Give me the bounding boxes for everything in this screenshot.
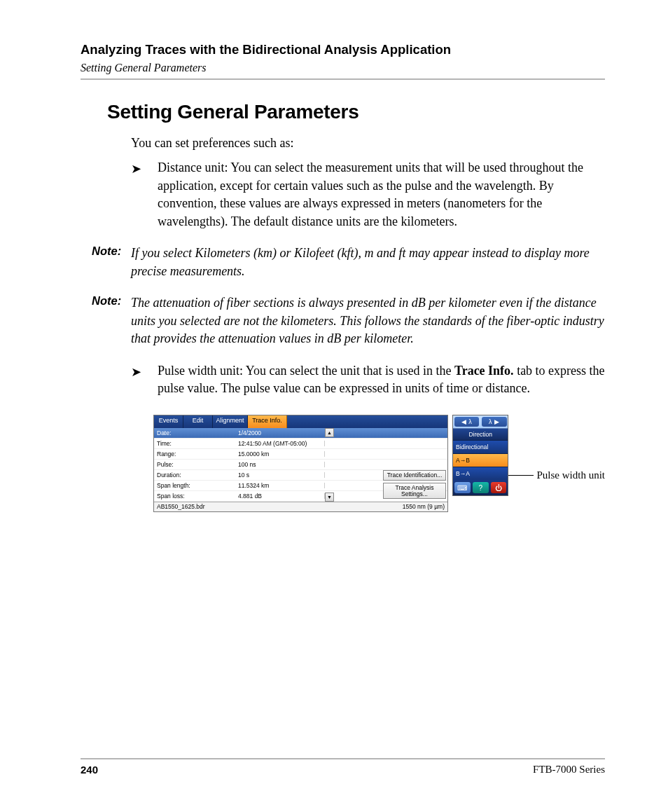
intro-text: You can set preferences such as:	[131, 136, 605, 151]
status-wavelength: 1550 nm (9 µm)	[403, 504, 445, 510]
tab-bar: Events Edit Alignment Trace Info.	[154, 415, 447, 428]
section-subtitle: Setting General Parameters	[81, 62, 605, 74]
tab-filler	[287, 415, 447, 428]
table-row: Pulse: 100 ns	[154, 460, 447, 470]
footer-rule	[81, 758, 605, 759]
trace-analysis-settings-button[interactable]: Trace Analysis Settings...	[383, 483, 446, 499]
direction-b-to-a[interactable]: B→A	[453, 467, 508, 480]
keyboard-icon[interactable]: ⌨	[454, 482, 471, 493]
direction-a-to-b[interactable]: A→B	[453, 453, 508, 467]
info-label: Range:	[154, 451, 237, 457]
bullet-arrow-icon: ➤	[131, 362, 158, 398]
tab-alignment[interactable]: Alignment	[213, 415, 248, 428]
info-label: Duration:	[154, 472, 237, 479]
info-value: 1/4/2000	[237, 430, 325, 436]
bullet-item: ➤ Distance unit: You can select the meas…	[131, 159, 605, 230]
tab-events[interactable]: Events	[154, 415, 183, 428]
direction-bidirectional[interactable]: Bidirectional	[453, 440, 508, 453]
icon-row: ⌨ ? ⏻	[453, 480, 508, 495]
app-screenshot: Events Edit Alignment Trace Info. ▲ Date…	[153, 415, 448, 512]
callout-label: Pulse width unit	[536, 469, 605, 481]
note-block: Note: If you select Kilometers (km) or K…	[92, 245, 605, 280]
info-value: 4.881 dB	[237, 493, 325, 500]
bullet-item: ➤ Pulse width unit: You can select the u…	[131, 362, 605, 398]
lambda-next-button[interactable]: λ ▶	[482, 417, 506, 427]
note-text: If you select Kilometers (km) or Kilofee…	[131, 245, 605, 280]
help-icon[interactable]: ?	[473, 482, 489, 493]
bullet-text: Pulse width unit: You can select the uni…	[158, 362, 605, 398]
info-value: 10 s	[237, 472, 325, 479]
page-number: 240	[81, 764, 98, 776]
note-label: Note:	[92, 294, 131, 348]
table-row: Time: 12:41:50 AM (GMT-05:00)	[154, 439, 447, 449]
callout: Pulse width unit	[508, 469, 605, 481]
lambda-nav: ◀ λ λ ▶	[453, 415, 508, 429]
status-filename: AB1550_1625.bdr	[157, 504, 205, 510]
info-label: Span loss:	[154, 493, 237, 500]
chapter-title: Analyzing Traces with the Bidirectional …	[81, 42, 605, 57]
tab-edit[interactable]: Edit	[183, 415, 213, 428]
scroll-up-button[interactable]: ▲	[325, 428, 334, 437]
scroll-down-button[interactable]: ▼	[325, 493, 334, 502]
trace-identification-button[interactable]: Trace Identification...	[383, 470, 446, 481]
info-value: 11.5324 km	[237, 483, 325, 489]
info-label: Pulse:	[154, 462, 237, 468]
tab-trace-info[interactable]: Trace Info.	[248, 415, 287, 428]
note-label: Note:	[92, 245, 131, 280]
bullet-arrow-icon: ➤	[131, 159, 158, 230]
info-label: Date:	[154, 430, 237, 436]
callout-line	[508, 475, 534, 476]
direction-header: Direction	[453, 429, 508, 440]
main-heading: Setting General Parameters	[107, 101, 605, 123]
info-value: 12:41:50 AM (GMT-05:00)	[237, 441, 325, 447]
info-value: 15.0000 km	[237, 451, 325, 457]
note-block: Note: The attenuation of fiber sections …	[92, 294, 605, 348]
info-label: Span length:	[154, 483, 237, 489]
bullet-bold: Trace Info.	[454, 364, 514, 378]
note-text: The attenuation of fiber sections is alw…	[131, 294, 605, 348]
footer-model: FTB-7000 Series	[533, 764, 605, 776]
bullet-text: Distance unit: You can select the measur…	[158, 159, 605, 230]
status-bar: AB1550_1625.bdr 1550 nm (9 µm)	[154, 502, 447, 511]
lambda-prev-button[interactable]: ◀ λ	[454, 417, 479, 427]
side-panel: ◀ λ λ ▶ Direction Bidirectional A→B B→A …	[452, 415, 508, 496]
table-row: Range: 15.0000 km	[154, 449, 447, 460]
table-row: Date: 1/4/2000	[154, 428, 447, 439]
power-icon[interactable]: ⏻	[491, 482, 507, 493]
info-label: Time:	[154, 441, 237, 447]
info-value: 100 ns	[237, 462, 325, 468]
bullet-segment: Pulse width unit: You can select the uni…	[158, 364, 454, 378]
info-grid: ▲ Date: 1/4/2000 Time: 12:41:50 AM (GMT-…	[154, 428, 447, 502]
header-rule	[81, 78, 605, 80]
